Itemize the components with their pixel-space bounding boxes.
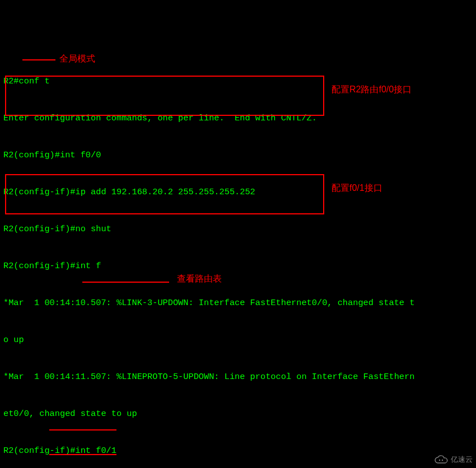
terminal-line: R2#conf t [3, 75, 473, 87]
underline-do-show-ip-route [82, 282, 169, 283]
terminal-line: o up [3, 334, 473, 346]
annotation-show-ip-route: 查看路由表 [177, 273, 222, 285]
terminal-line: R2(config-if)#no shut [3, 223, 473, 235]
terminal-line: *Mar 1 00:14:10.507: %LINK-3-UPDOWN: Int… [3, 297, 473, 309]
underline-conf-t [22, 59, 55, 60]
terminal-line: et0/0, changed state to up [3, 408, 473, 420]
terminal-line: R2(config-if)#ip add 192.168.20.2 255.25… [3, 186, 473, 198]
terminal-line: *Mar 1 00:14:11.507: %LINEPROTO-5-UPDOWN… [3, 371, 473, 383]
terminal-line: R2(config)#int f0/0 [3, 149, 473, 161]
terminal-line: R2(config-if)#int f0/1 [3, 444, 473, 457]
terminal-line: Enter configuration commands, one per li… [3, 112, 473, 124]
underline-ip-30 [49, 429, 116, 430]
terminal-line: R2(config-if)#int f [3, 260, 473, 272]
annotation-global-mode: 全局模式 [59, 53, 95, 65]
terminal-output[interactable]: R2#conf t Enter configuration commands, … [3, 50, 473, 468]
